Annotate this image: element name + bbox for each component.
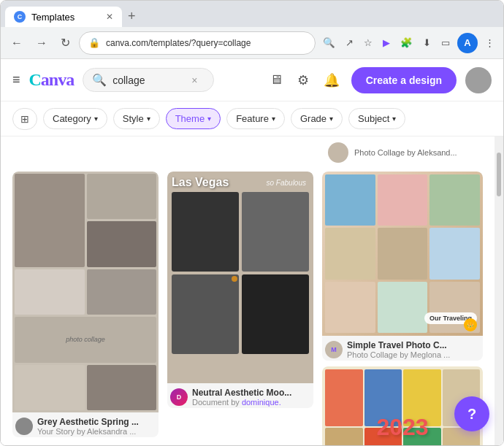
category-filter[interactable]: Category ▾ bbox=[43, 108, 107, 129]
tab-favicon: C bbox=[14, 11, 26, 23]
crown-badge: 👑 bbox=[464, 318, 477, 331]
card2-author-link[interactable]: dominique. bbox=[242, 398, 281, 407]
search-input[interactable] bbox=[112, 74, 186, 86]
nav-icons: 🔍 ↗ ☆ ▶ 🧩 ⬇ ▭ A ⋮ bbox=[320, 33, 497, 53]
search-box[interactable]: 🔍 × bbox=[83, 68, 214, 92]
main-content: Photo Collage by Aleksand... bbox=[1, 137, 503, 445]
card2-text: Neutral Aesthetic Moo... Document by dom… bbox=[192, 388, 310, 407]
col2: Las Vegas so Fabu bbox=[167, 172, 313, 445]
chevron-down-icon: ▾ bbox=[392, 115, 396, 123]
chevron-down-icon: ▾ bbox=[272, 115, 275, 123]
card3-text: Simple Travel Photo C... Photo Collage b… bbox=[347, 340, 480, 359]
create-design-button[interactable]: Create a design bbox=[351, 67, 457, 93]
partial-card-text: Photo Collage by Aleksand... bbox=[354, 148, 457, 157]
account-icon[interactable]: A bbox=[457, 33, 478, 53]
card1-avatar bbox=[15, 418, 33, 435]
feature-filter[interactable]: Feature ▾ bbox=[226, 108, 285, 129]
template-columns: photo collage Grey Aesthetic Spring ... … bbox=[1, 166, 495, 445]
grey-spring-card[interactable]: photo collage Grey Aesthetic Spring ... … bbox=[12, 172, 159, 437]
partial-avatar bbox=[328, 142, 348, 163]
col1: photo collage Grey Aesthetic Spring ... … bbox=[12, 172, 159, 445]
card3-avatar: M bbox=[325, 341, 343, 358]
nav-bar: ← → ↻ 🔒 canva.com/templates/?query=colla… bbox=[1, 27, 503, 59]
page-content: ≡ Canva 🔍 × 🖥 ⚙ 🔔 Create a design ⊞ Cate… bbox=[1, 59, 503, 445]
theme-filter[interactable]: Theme ▾ bbox=[166, 108, 221, 129]
content-area[interactable]: Photo Collage by Aleksand... bbox=[1, 137, 495, 445]
chevron-down-icon: ▾ bbox=[329, 115, 333, 123]
style-filter[interactable]: Style ▾ bbox=[113, 108, 160, 129]
new-tab-button[interactable]: + bbox=[122, 6, 142, 27]
help-button[interactable]: ? bbox=[454, 396, 489, 431]
card2-info: D Neutral Aesthetic Moo... Document by d… bbox=[167, 383, 313, 408]
fabulous-text: so Fabulous bbox=[267, 179, 306, 187]
card2-subtitle: Document by dominique. bbox=[192, 398, 310, 407]
notifications-button[interactable]: 🔔 bbox=[321, 69, 343, 91]
download-icon[interactable]: ⬇ bbox=[420, 33, 434, 53]
browser-frame: C Templates ✕ + ← → ↻ 🔒 canva.com/templa… bbox=[0, 0, 504, 446]
share-icon[interactable]: ↗ bbox=[343, 33, 356, 53]
search-icon[interactable]: 🔍 bbox=[320, 33, 338, 53]
sidebar-icon[interactable]: ▭ bbox=[438, 33, 453, 53]
card1-text: Grey Aesthetic Spring ... Your Story by … bbox=[37, 417, 156, 436]
forward-button[interactable]: → bbox=[31, 34, 52, 53]
puzzle-icon[interactable]: 🧩 bbox=[397, 33, 416, 53]
monitor-button[interactable]: 🖥 bbox=[267, 69, 286, 91]
top-bar-icons: 🖥 ⚙ 🔔 Create a design bbox=[267, 67, 492, 93]
travel-card[interactable]: Our Traveling 👑 M Simple Travel Photo C.… bbox=[322, 172, 483, 361]
play-icon[interactable]: ▶ bbox=[380, 33, 393, 53]
settings-button[interactable]: ⚙ bbox=[294, 69, 312, 91]
url-text: canva.com/templates/?query=collage bbox=[106, 38, 306, 48]
grade-filter[interactable]: Grade ▾ bbox=[291, 108, 343, 129]
search-clear-button[interactable]: × bbox=[191, 74, 197, 86]
address-bar[interactable]: 🔒 canva.com/templates/?query=collage bbox=[79, 31, 316, 55]
card2-title: Neutral Aesthetic Moo... bbox=[192, 388, 310, 398]
search-icon: 🔍 bbox=[92, 73, 107, 87]
card2-avatar: D bbox=[170, 388, 188, 406]
canva-header: ≡ Canva 🔍 × 🖥 ⚙ 🔔 Create a design bbox=[1, 59, 503, 101]
chevron-down-icon: ▾ bbox=[147, 115, 150, 123]
active-tab[interactable]: C Templates ✕ bbox=[5, 7, 122, 27]
tab-title: Templates bbox=[31, 12, 75, 23]
filter-icon-button[interactable]: ⊞ bbox=[12, 108, 37, 130]
star-icon[interactable]: ☆ bbox=[361, 33, 375, 53]
card3-subtitle: Photo Collage by Meglona ... bbox=[347, 350, 480, 359]
back-button[interactable]: ← bbox=[7, 34, 27, 53]
hamburger-button[interactable]: ≡ bbox=[12, 72, 20, 88]
chevron-down-icon: ▾ bbox=[94, 115, 98, 123]
refresh-button[interactable]: ↻ bbox=[56, 33, 75, 53]
scrollbar[interactable] bbox=[495, 137, 503, 445]
user-avatar[interactable] bbox=[465, 67, 492, 93]
filter-bar: ⊞ Category ▾ Style ▾ Theme ▾ Feature ▾ G… bbox=[1, 101, 503, 137]
neutral-mood-card[interactable]: Las Vegas so Fabu bbox=[167, 172, 313, 408]
card3-title: Simple Travel Photo C... bbox=[347, 340, 480, 350]
card1-title: Grey Aesthetic Spring ... bbox=[37, 417, 156, 427]
tab-bar: C Templates ✕ + bbox=[1, 1, 503, 27]
partial-top-row: Photo Collage by Aleksand... bbox=[1, 137, 495, 166]
lock-icon: 🔒 bbox=[88, 37, 100, 48]
subject-filter[interactable]: Subject ▾ bbox=[348, 108, 405, 129]
chevron-down-icon: ▾ bbox=[207, 115, 211, 123]
tab-close-button[interactable]: ✕ bbox=[106, 12, 113, 22]
card3-info: M Simple Travel Photo C... Photo Collage… bbox=[322, 336, 483, 361]
menu-icon[interactable]: ⋮ bbox=[482, 33, 497, 53]
partial-top-card: Photo Collage by Aleksand... bbox=[322, 139, 483, 166]
canva-logo: Canva bbox=[29, 70, 75, 90]
card1-info: Grey Aesthetic Spring ... Your Story by … bbox=[12, 412, 159, 437]
help-icon: ? bbox=[467, 406, 476, 423]
scrollbar-thumb[interactable] bbox=[497, 153, 501, 196]
card1-subtitle: Your Story by Aleksandra ... bbox=[37, 427, 156, 436]
